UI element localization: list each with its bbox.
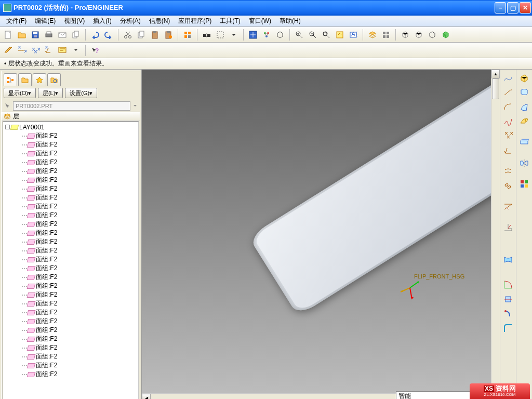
- tree-item[interactable]: ⋯面组:F2: [3, 167, 138, 176]
- view-manager-icon[interactable]: [380, 29, 392, 41]
- show-button[interactable]: 显示(O)▾: [4, 88, 36, 98]
- help-pointer-icon[interactable]: ?: [89, 44, 101, 57]
- tree-item[interactable]: ⋯面组:F2: [3, 335, 138, 343]
- tree-item[interactable]: ⋯面组:F2: [3, 237, 138, 246]
- spline-red-icon[interactable]: [502, 115, 514, 128]
- tab-tree[interactable]: [4, 73, 17, 86]
- tree-item[interactable]: ⋯面组:F2: [3, 317, 138, 326]
- tree-item[interactable]: ⋯面组:F2: [3, 211, 138, 220]
- point-icon[interactable]: × ××: [502, 130, 514, 142]
- view-refit-icon[interactable]: [247, 29, 259, 41]
- menu-W[interactable]: 窗口(W): [245, 16, 275, 26]
- cut-icon[interactable]: [122, 29, 134, 41]
- tree-item[interactable]: ⋯面组:F2: [3, 282, 138, 290]
- open-file-icon[interactable]: [16, 29, 28, 41]
- new-file-icon[interactable]: [2, 29, 15, 41]
- tree-item[interactable]: ⋯面组:F2: [3, 290, 138, 299]
- merge-icon[interactable]: [502, 278, 514, 291]
- tree-item[interactable]: ⋯面组:F2: [3, 255, 138, 264]
- zoom-fit-icon[interactable]: [320, 29, 332, 41]
- paste-icon[interactable]: [149, 29, 161, 41]
- blend-icon[interactable]: [518, 115, 530, 128]
- datum-point-icon[interactable]: × ××: [29, 44, 42, 57]
- email-icon[interactable]: [56, 29, 69, 41]
- offset-icon[interactable]: [502, 165, 514, 178]
- print-icon[interactable]: [43, 29, 55, 41]
- curve-line-icon[interactable]: [502, 72, 514, 84]
- tree-item[interactable]: ⋯面组:F2: [3, 246, 138, 255]
- saved-views-icon[interactable]: AB: [347, 29, 360, 41]
- tab-favorites[interactable]: [33, 73, 46, 86]
- scroll-up-icon[interactable]: ▲: [491, 70, 500, 78]
- maximize-button[interactable]: ▢: [507, 2, 518, 14]
- trim-icon[interactable]: [502, 221, 514, 234]
- model-path-input[interactable]: [13, 101, 130, 111]
- layer-tree[interactable]: −LAY0001⋯面组:F2⋯面组:F2⋯面组:F2⋯面组:F2⋯面组:F2⋯面…: [3, 121, 139, 399]
- find-icon[interactable]: [201, 29, 213, 41]
- tree-item[interactable]: ⋯面组:F2: [3, 131, 138, 140]
- menu-V[interactable]: 视图(V): [60, 16, 89, 26]
- zoom-in-icon[interactable]: [293, 29, 305, 41]
- sweep-icon[interactable]: [518, 101, 530, 113]
- menu-I[interactable]: 插入(I): [89, 16, 115, 26]
- shaded-icon[interactable]: [440, 29, 452, 41]
- flatten-icon[interactable]: [518, 136, 530, 149]
- paste-special-icon[interactable]: [162, 29, 175, 41]
- menu-F[interactable]: 文件(F): [2, 16, 31, 26]
- extrude-icon[interactable]: [518, 72, 530, 84]
- redo-icon[interactable]: [102, 29, 115, 41]
- tree-item[interactable]: ⋯面组:F2: [3, 220, 138, 229]
- hidden-line-icon[interactable]: [413, 29, 425, 41]
- settings-button[interactable]: 设置(G)▾: [65, 88, 97, 98]
- arc-icon[interactable]: [502, 101, 514, 113]
- 3d-viewport[interactable]: FLIP_FRONT_HSG ▲ ▼ ◀ ▶ 智能 ▼: [142, 70, 500, 399]
- layers-icon[interactable]: [366, 29, 379, 41]
- menu-N[interactable]: 信息(N): [145, 16, 175, 26]
- annotation-icon[interactable]: [56, 44, 69, 57]
- tree-item[interactable]: ⋯面组:F2: [3, 370, 138, 379]
- trim-surf-icon[interactable]: [502, 293, 514, 305]
- menu-E[interactable]: 编辑(E): [31, 16, 60, 26]
- tree-item[interactable]: ⋯面组:F2: [3, 343, 138, 352]
- save-icon[interactable]: [29, 29, 42, 41]
- line-icon[interactable]: [502, 86, 514, 99]
- palette-icon[interactable]: [518, 178, 530, 190]
- tree-item[interactable]: ⋯面组:F2: [3, 176, 138, 184]
- menu-H[interactable]: 帮助(H): [275, 16, 305, 26]
- no-hidden-icon[interactable]: [426, 29, 438, 41]
- annotation-dropdown-icon[interactable]: [70, 44, 82, 57]
- tree-item[interactable]: ⋯面组:F2: [3, 308, 138, 317]
- regenerate-icon[interactable]: [181, 29, 194, 41]
- spin-center-icon[interactable]: [260, 29, 273, 41]
- select-dropdown-icon[interactable]: [228, 29, 240, 41]
- select-icon[interactable]: [214, 29, 227, 41]
- tab-folder[interactable]: [18, 73, 32, 86]
- tree-item[interactable]: ⋯面组:F2: [3, 326, 138, 335]
- datum-axis-icon[interactable]: ××: [16, 44, 28, 57]
- path-dropdown-icon[interactable]: [132, 102, 138, 110]
- project-icon[interactable]: [502, 201, 514, 213]
- zoom-out-icon[interactable]: [307, 29, 319, 41]
- revolve-icon[interactable]: [518, 86, 530, 99]
- menu-P[interactable]: 应用程序(P): [174, 16, 216, 26]
- mirror-icon[interactable]: [518, 157, 530, 169]
- close-button[interactable]: ✕: [520, 2, 531, 14]
- tree-item[interactable]: ⋯面组:F2: [3, 184, 138, 193]
- scroll-left-icon[interactable]: ◀: [142, 394, 151, 399]
- vertical-scrollbar[interactable]: ▲ ▼: [491, 70, 500, 393]
- tree-item[interactable]: ⋯面组:F2: [3, 158, 138, 167]
- tree-item[interactable]: ⋯面组:F2: [3, 149, 138, 158]
- menu-T[interactable]: 工具(T): [216, 16, 244, 26]
- menu-A[interactable]: 分析(A): [116, 16, 145, 26]
- boundary-icon[interactable]: [502, 254, 514, 266]
- layer-button[interactable]: 层(L)▾: [38, 88, 63, 98]
- copy-model-icon[interactable]: [70, 29, 82, 41]
- tree-item[interactable]: ⋯面组:F2: [3, 202, 138, 211]
- orient-icon[interactable]: [274, 29, 286, 41]
- csys-tool-icon[interactable]: [502, 144, 514, 157]
- minimize-button[interactable]: –: [495, 2, 506, 14]
- scroll-thumb[interactable]: [492, 78, 499, 99]
- tree-root[interactable]: −LAY0001: [3, 123, 138, 131]
- copy-icon[interactable]: [135, 29, 148, 41]
- datum-csys-icon[interactable]: ×: [43, 44, 55, 57]
